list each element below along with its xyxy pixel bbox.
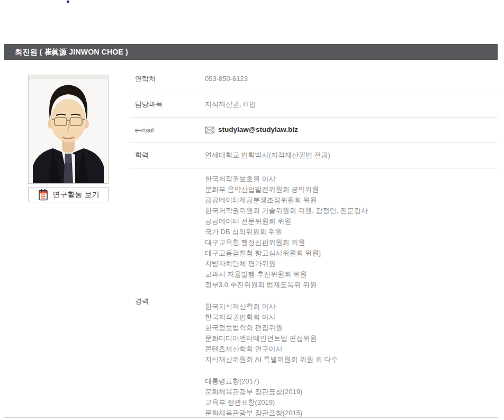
field-label-contact: 연락처 — [130, 74, 205, 84]
page-title: 최진원 ( 崔眞源 JINWON CHOE ) — [15, 48, 128, 56]
row-career: 경력 한국저작권보호원 이사 문화부 음악산업발전위원회 공익위원 공공데이터제… — [130, 168, 498, 420]
profile-content: 연구활동 보기 연락처 053-850-6123 담당과목 지식재산권, IT법… — [4, 67, 498, 420]
row-contact: 연락처 053-850-6123 — [130, 67, 498, 92]
field-label-career: 경력 — [130, 297, 205, 306]
row-subjects: 담당과목 지식재산권, IT법 — [130, 92, 498, 118]
details-table: 연락처 053-850-6123 담당과목 지식재산권, IT법 e-mail … — [130, 67, 498, 420]
career-committees-list: 한국저작권보호원 이사 문화부 음악산업발전위원회 공익위원 공공데이터제공분쟁… — [205, 174, 368, 290]
notepad-icon — [38, 189, 49, 201]
research-activity-button[interactable]: 연구활동 보기 — [28, 187, 109, 202]
envelope-icon — [205, 127, 214, 133]
left-column: 연구활동 보기 — [28, 75, 109, 420]
id-portrait-photo — [28, 75, 109, 184]
field-value-education: 연세대학교 법학박사(지적재산권법 전공) — [205, 150, 330, 160]
career-awards-list: 대통령표창(2017) 문화체육관광부 장관표창(2019) 교육부 장관표창(… — [205, 376, 368, 420]
page-bottom-divider — [4, 417, 498, 418]
email-link[interactable]: studylaw@studylaw.biz — [205, 124, 298, 135]
profile-title-bar: 최진원 ( 崔眞源 JINWON CHOE ) — [4, 44, 498, 60]
research-activity-button-label: 연구활동 보기 — [53, 190, 100, 200]
broken-image-dot — [67, 1, 69, 3]
field-label-education: 학력 — [130, 150, 205, 160]
field-value-career: 한국저작권보호원 이사 문화부 음악산업발전위원회 공익위원 공공데이터제공분쟁… — [205, 174, 368, 420]
field-label-subjects: 담당과목 — [130, 100, 205, 109]
email-address: studylaw@studylaw.biz — [218, 124, 298, 135]
row-email: e-mail studylaw@studylaw.biz — [130, 118, 498, 143]
portrait-illustration — [29, 75, 108, 183]
field-label-email: e-mail — [130, 126, 205, 134]
field-value-subjects: 지식재산권, IT법 — [205, 99, 256, 110]
row-education: 학력 연세대학교 법학박사(지적재산권법 전공) — [130, 143, 498, 168]
career-societies-list: 한국지식재산학회 이사 한국저작권법학회 이사 힌국정보법학회 편집위원 문화미… — [205, 301, 368, 365]
field-value-contact: 053-850-6123 — [205, 74, 248, 84]
